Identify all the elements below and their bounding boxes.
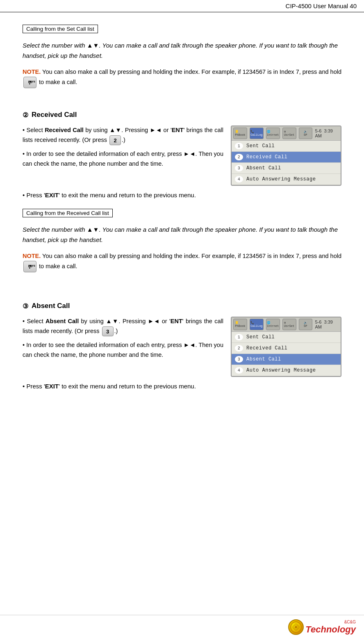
note-label-2: NOTE. [23,253,41,259]
logo-text-area: &C&G Technology [305,620,356,635]
phone-icon-calllog: 📞CallLog [250,128,264,139]
received-call-list-italic: Select the number with ▲▼. You can make … [23,225,341,245]
absent-call-bullet1: • Select Absent Call by using ▲▼. Pressi… [23,317,223,336]
phone-time-absent: 5-6 3:39 AM [315,320,339,329]
received-call-list-note: NOTE. You can also make a call by pressi… [23,251,341,273]
phone-menu-auto-answer-2: 4 Auto Answering Message [232,365,341,376]
phone-mockup-received: 📒PhBook 📞CallLog 🌐Intrnet ⚙UsrSet 🔊SP 5-… [231,126,341,186]
phone-icon-phonebook: 📒PhBook [233,128,247,139]
logo-svg [290,621,302,633]
received-call-bullet2: • In order to see the detailed informati… [23,149,223,169]
absent-call-heading: ③ Absent Call [23,302,341,310]
phone-menu-absent-call: 3 Absent Call [232,163,341,174]
key-icon-2: 2 [109,135,121,145]
set-call-list-label: Calling from the Set Call list [23,25,98,33]
key-icon-7: 7pqrs [23,77,36,88]
phone-icon-phonebook-2: 📒PhBook [233,319,247,330]
received-call-exit: • Press 'EXIT' to exit the menu and retu… [23,192,341,199]
received-call-heading: ② Received Call [23,111,341,119]
phone-icon-internet-2: 🌐Intrnet [266,319,280,330]
key-icon-7b: 7pqrs [23,261,36,272]
phone-mockup-absent: 📒PhBook 📞CallLog 🌐Intrnet ⚙UsrSet 🔊SP 5-… [231,317,341,377]
logo: &C&G Technology [288,619,356,635]
phone-menu-received-call: 2 Received Call [232,152,341,163]
logo-icon [288,619,304,635]
page-footer: &C&G Technology [0,615,364,639]
phone-icon-internet: 🌐Intrnet [266,128,280,139]
key-icon-3: 3 [102,326,114,336]
note-label-1: NOTE. [23,68,41,75]
phone-menu-sent-call-2: 1 Sent Call [232,332,341,343]
phone-icon-userset: ⚙UsrSet [282,128,296,139]
absent-call-screen: 📒PhBook 📞CallLog 🌐Intrnet ⚙UsrSet 🔊SP 5-… [231,317,341,377]
absent-call-exit: • Press 'EXIT' to exit the menu and retu… [23,383,341,390]
svg-point-3 [295,626,297,628]
absent-call-text: • Select Absent Call by using ▲▼. Pressi… [23,317,223,364]
absent-call-bullet2: • In order to see the detailed informati… [23,340,223,360]
received-call-bullet1: • Select Received Call by using ▲▼. Pres… [23,126,223,145]
received-call-text: • Select Received Call by using ▲▼. Pres… [23,126,223,173]
phone-menu-auto-answer: 4 Auto Answering Message [232,174,341,185]
page-title: CIP-4500 User Manual 40 [286,2,357,9]
received-call-content: • Select Received Call by using ▲▼. Pres… [23,126,341,186]
page-header: CIP-4500 User Manual 40 [0,0,364,12]
received-call-list-label: Calling from the Received Call list [23,209,113,217]
phone-menu-absent-call-2: 3 Absent Call [232,354,341,365]
phone-menu-received-call-2: 2 Received Call [232,343,341,354]
phone-time-received: 5-6 3:39 AM [315,128,339,138]
phone-icon-sp-2: 🔊SP [299,319,313,330]
set-call-italic: Select the number with ▲▼. You can make … [23,41,341,61]
set-call-note: NOTE. You can also make a call by pressi… [23,67,341,89]
phone-top-bar: 📒PhBook 📞CallLog 🌐Intrnet ⚙UsrSet 🔊SP 5-… [232,126,341,141]
absent-call-content: • Select Absent Call by using ▲▼. Pressi… [23,317,341,377]
main-content: Calling from the Set Call list Select th… [0,12,364,401]
received-call-screen: 📒PhBook 📞CallLog 🌐Intrnet ⚙UsrSet 🔊SP 5-… [231,126,341,186]
phone-menu-sent-call: 1 Sent Call [232,141,341,152]
phone-icon-userset-2: ⚙UsrSet [282,319,296,330]
logo-technology: Technology [305,624,356,634]
phone-icon-sp: 🔊SP [299,128,313,139]
phone-icon-calllog-2: 📞CallLog [250,319,264,330]
phone-top-bar-2: 📒PhBook 📞CallLog 🌐Intrnet ⚙UsrSet 🔊SP 5-… [232,317,341,332]
